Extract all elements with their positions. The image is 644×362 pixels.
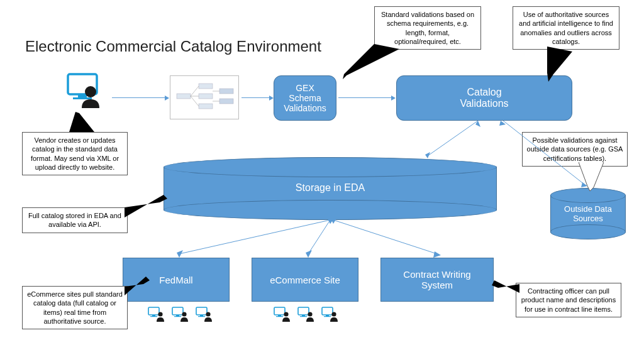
svg-rect-50 (274, 307, 285, 315)
svg-rect-8 (219, 89, 233, 94)
svg-marker-25 (475, 121, 480, 127)
svg-rect-44 (174, 316, 181, 317)
node-cws: Contract Writing System (380, 258, 494, 302)
svg-rect-2 (73, 97, 92, 99)
svg-rect-6 (199, 94, 213, 99)
svg-point-49 (206, 312, 210, 316)
svg-rect-40 (150, 316, 157, 317)
callout-pull: eCommerce sites pull standard catalog da… (22, 286, 128, 329)
callout-gsa: Possible validations against outside dat… (522, 132, 628, 167)
svg-rect-47 (200, 315, 203, 316)
svg-rect-51 (278, 315, 281, 316)
svg-rect-39 (152, 315, 155, 316)
svg-rect-4 (177, 94, 191, 99)
svg-point-53 (284, 312, 288, 316)
svg-point-45 (182, 312, 186, 316)
svg-line-32 (308, 220, 330, 254)
svg-point-61 (331, 312, 336, 316)
flowchart-box (170, 75, 239, 119)
callout-schema: Standard validations based on schema req… (374, 6, 481, 50)
callout-officer: Contracting officer can pull product nam… (516, 283, 621, 317)
arrow-icon (421, 121, 535, 162)
callout-vendor: Vendor creates or updates catalog in the… (22, 132, 128, 175)
svg-rect-5 (199, 84, 213, 89)
svg-rect-48 (198, 316, 205, 317)
node-outside-data: Outside Data Sources (550, 195, 626, 233)
svg-rect-42 (172, 307, 183, 315)
svg-marker-28 (499, 121, 506, 126)
node-ecommerce: eCommerce Site (252, 258, 358, 302)
svg-point-41 (158, 312, 162, 316)
node-storage: Storage in EDA (164, 167, 497, 211)
vendor-icon (63, 69, 107, 116)
svg-point-57 (308, 312, 312, 316)
callout-eda: Full catalog stored in EDA and available… (22, 207, 128, 233)
svg-rect-38 (148, 307, 159, 315)
svg-marker-33 (306, 250, 312, 258)
svg-rect-60 (324, 316, 331, 317)
svg-rect-7 (199, 104, 213, 109)
arrow-icon (302, 219, 340, 259)
svg-rect-43 (176, 315, 179, 316)
arrow-icon (112, 97, 165, 98)
svg-line-23 (428, 121, 478, 156)
svg-marker-30 (177, 250, 183, 258)
user-icons-ecommerce (274, 307, 339, 324)
svg-line-12 (191, 96, 199, 106)
svg-rect-46 (196, 307, 207, 315)
svg-rect-56 (300, 316, 307, 317)
svg-rect-9 (219, 99, 233, 104)
svg-marker-24 (425, 152, 430, 158)
user-icons-fedmall (148, 307, 213, 324)
arrow-icon (242, 97, 269, 98)
svg-point-3 (85, 86, 96, 97)
arrow-icon (173, 219, 336, 259)
svg-rect-52 (276, 316, 283, 317)
svg-rect-58 (322, 307, 333, 315)
svg-rect-55 (302, 315, 305, 316)
svg-line-10 (191, 86, 199, 96)
callout-ai: Use of authoritative sources and artific… (513, 6, 619, 50)
arrow-icon (330, 219, 443, 259)
node-gex: GEX Schema Validations (274, 75, 336, 121)
svg-rect-1 (78, 94, 87, 97)
svg-rect-59 (326, 315, 329, 316)
svg-marker-20 (125, 195, 167, 217)
svg-marker-27 (581, 182, 587, 187)
outside-label: Outside Data Sources (551, 204, 625, 223)
arrow-icon (338, 97, 391, 98)
svg-marker-36 (433, 251, 441, 258)
svg-marker-18 (579, 162, 604, 191)
node-fedmall: FedMall (123, 258, 230, 302)
svg-rect-54 (298, 307, 309, 315)
storage-label: Storage in EDA (164, 182, 496, 194)
svg-line-35 (333, 220, 437, 254)
svg-line-29 (179, 220, 330, 254)
page-title: Electronic Commercial Catalog Environmen… (25, 38, 321, 55)
node-catalog-validations: Catalog Validations (396, 75, 572, 121)
